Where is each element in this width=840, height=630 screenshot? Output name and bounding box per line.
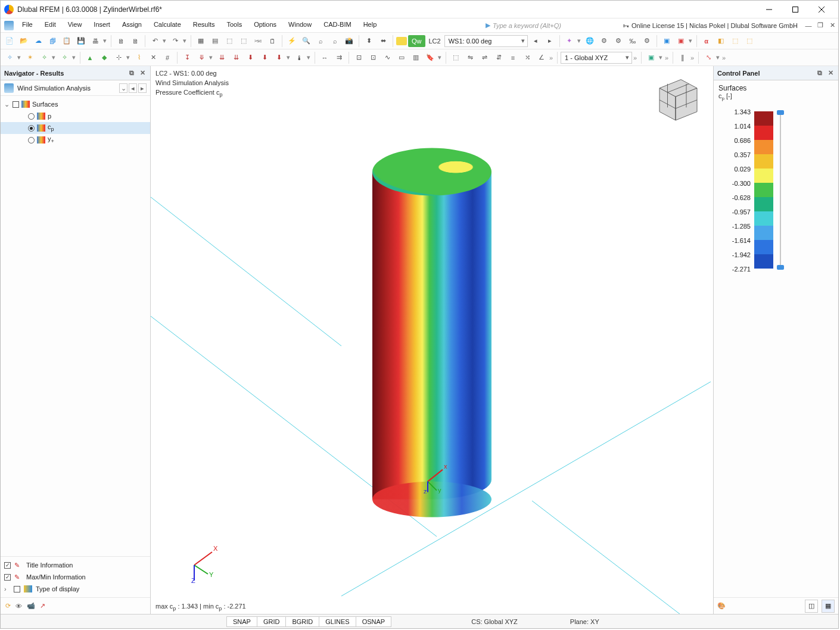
slider-handle-top[interactable] (777, 110, 784, 115)
model-data-icon[interactable]: ⬚ (223, 35, 236, 48)
expander-icon[interactable]: › (4, 585, 10, 592)
chevron-down-icon[interactable]: ▾ (658, 54, 664, 61)
option-maxmin-info[interactable]: ✓ ✎ Max/Min Information (4, 571, 147, 583)
temperature-icon[interactable]: 🌡 (293, 51, 306, 64)
load-free-icon[interactable]: ⬇ (272, 51, 285, 64)
new-file-icon[interactable]: 📄 (3, 35, 16, 48)
results-on-badge[interactable]: Qw (408, 35, 425, 47)
palette-toggle-icon[interactable]: 🎨 (717, 602, 726, 610)
tree-root-surfaces[interactable]: ⌄ Surfaces (1, 98, 150, 110)
window-close-button[interactable] (808, 1, 835, 18)
filter-yellow-icon[interactable] (396, 37, 407, 45)
tables-icon[interactable]: ▤ (209, 35, 222, 48)
path-icon[interactable]: ∿ (381, 51, 394, 64)
section-plane-icon[interactable]: ⬌ (377, 35, 390, 48)
notes-icon[interactable]: 🗒 (266, 35, 279, 48)
load-nodal-icon[interactable]: ↧ (181, 51, 194, 64)
show-values-icon[interactable]: ⊡ (352, 51, 365, 64)
section-tool-icon[interactable]: ▥ (409, 51, 422, 64)
chevron-down-icon[interactable]: ▾ (306, 54, 312, 61)
open-file-icon[interactable]: 📂 (17, 35, 30, 48)
copy-icon[interactable]: ⇉ (332, 51, 346, 64)
release-icon[interactable]: ⊹ (112, 51, 125, 64)
panel-close-icon[interactable]: ✕ (826, 69, 835, 77)
window-maximize-button[interactable] (782, 1, 808, 18)
navigator-type-combo[interactable]: Wind Simulation Analysis ⌄ ◂ ▸ (1, 80, 150, 96)
load-imposed-icon[interactable]: ⬇ (258, 51, 271, 64)
grid-document-icon[interactable]: ▦ (194, 35, 207, 48)
legend-range-slider[interactable] (777, 111, 785, 269)
menu-window[interactable]: Window (282, 18, 318, 32)
checkbox[interactable] (13, 101, 19, 108)
next-type-icon[interactable]: ▸ (138, 83, 147, 93)
more-icon[interactable]: » (548, 54, 554, 61)
checkbox[interactable] (14, 586, 20, 592)
load-surface-icon[interactable]: ⇊ (229, 51, 242, 64)
tree-item-p[interactable]: p (1, 110, 150, 122)
bars-icon[interactable]: ‖ (676, 51, 689, 64)
report-icon[interactable]: 🗎 (114, 35, 127, 48)
more-icon[interactable]: » (721, 54, 727, 61)
spring-icon[interactable]: ⌇ (132, 51, 145, 64)
mdi-close[interactable]: ✕ (826, 21, 838, 29)
check-icon[interactable]: ⚙ (598, 35, 611, 48)
node-icon[interactable]: ✶ (23, 51, 36, 64)
cs-combo[interactable]: 1 - Global XYZ ▾ (561, 52, 632, 64)
keyword-search[interactable]: ▶ Type a keyword (Alt+Q) (481, 18, 618, 32)
tree-item-cp[interactable]: cp (1, 122, 150, 134)
chevron-down-icon[interactable]: ▾ (102, 37, 108, 45)
option-title-info[interactable]: ✓ ✎ Title Information (4, 559, 147, 571)
menu-edit[interactable]: Edit (39, 18, 62, 32)
mirror-z-icon[interactable]: ⇵ (492, 51, 505, 64)
zoom-window-icon[interactable]: 🔍 (300, 35, 313, 48)
box2-icon[interactable]: ⬚ (729, 35, 742, 48)
box-select-icon[interactable]: ▭ (395, 51, 408, 64)
box3-icon[interactable]: ⬚ (743, 35, 756, 48)
line-icon[interactable]: ✧ (38, 51, 51, 64)
panel-layout1-icon[interactable]: ◫ (805, 600, 818, 613)
eye-icon[interactable]: 👁 (15, 603, 22, 610)
zoom-prev-icon[interactable]: ⌕ (328, 35, 341, 48)
next-lc-icon[interactable]: ▸ (543, 35, 556, 48)
status-glines[interactable]: GLINES (319, 616, 356, 627)
load-member-icon[interactable]: ⇊ (215, 51, 228, 64)
section-icon[interactable]: ⬍ (362, 35, 375, 48)
move-icon[interactable]: ↔ (318, 51, 331, 64)
script-icon[interactable]: >sc (251, 35, 265, 48)
checkbox-checked[interactable]: ✓ (4, 562, 11, 569)
rigid-icon[interactable]: ✕ (147, 51, 160, 64)
refresh-icon[interactable]: ⟳ (5, 602, 11, 610)
menu-view[interactable]: View (62, 18, 88, 32)
box-icon[interactable]: ◧ (714, 35, 727, 48)
mdi-minimize[interactable]: — (802, 22, 814, 29)
globe-icon[interactable]: 🌐 (583, 35, 596, 48)
more-icon[interactable]: » (689, 54, 695, 61)
prev-lc-icon[interactable]: ◂ (529, 35, 542, 48)
option-display-type[interactable]: › Type of display (4, 583, 147, 595)
chevron-down-icon[interactable]: ▾ (51, 54, 57, 61)
panel-undock-icon[interactable]: ⧉ (127, 69, 136, 77)
cloud-icon[interactable]: ☁ (32, 35, 45, 48)
mdi-restore[interactable]: ❐ (814, 21, 826, 29)
menu-assign[interactable]: Assign (116, 18, 148, 32)
view-wire-icon[interactable]: ▣ (674, 35, 687, 48)
more-icon[interactable]: » (664, 54, 670, 61)
probe-icon[interactable]: ↗ (40, 602, 45, 610)
zoom-all-icon[interactable]: ⌕ (314, 35, 327, 48)
stack-icon[interactable]: ≡ (506, 51, 519, 64)
menu-results[interactable]: Results (187, 18, 221, 32)
status-snap[interactable]: SNAP (226, 616, 257, 627)
tag-icon[interactable]: 🔖 (424, 51, 437, 64)
redo-icon[interactable]: ↷ (169, 35, 182, 48)
iso-view-icon[interactable]: ⬚ (449, 51, 462, 64)
viewport-3d[interactable]: LC2 - WS1: 0.00 deg Wind Simulation Anal… (151, 66, 713, 614)
loadcase-combo[interactable]: WS1: 0.00 deg ▾ (444, 35, 528, 47)
camera-icon[interactable]: 📹 (27, 602, 35, 610)
prev-type-icon[interactable]: ◂ (129, 83, 137, 93)
menu-cad-bim[interactable]: CAD-BIM (318, 18, 357, 32)
tree-item-yplus[interactable]: y+ (1, 134, 150, 146)
number-icon[interactable]: # (161, 51, 174, 64)
menu-options[interactable]: Options (248, 18, 282, 32)
load-line-icon[interactable]: ⤋ (195, 51, 208, 64)
screenshot-icon[interactable]: 📸 (343, 35, 356, 48)
